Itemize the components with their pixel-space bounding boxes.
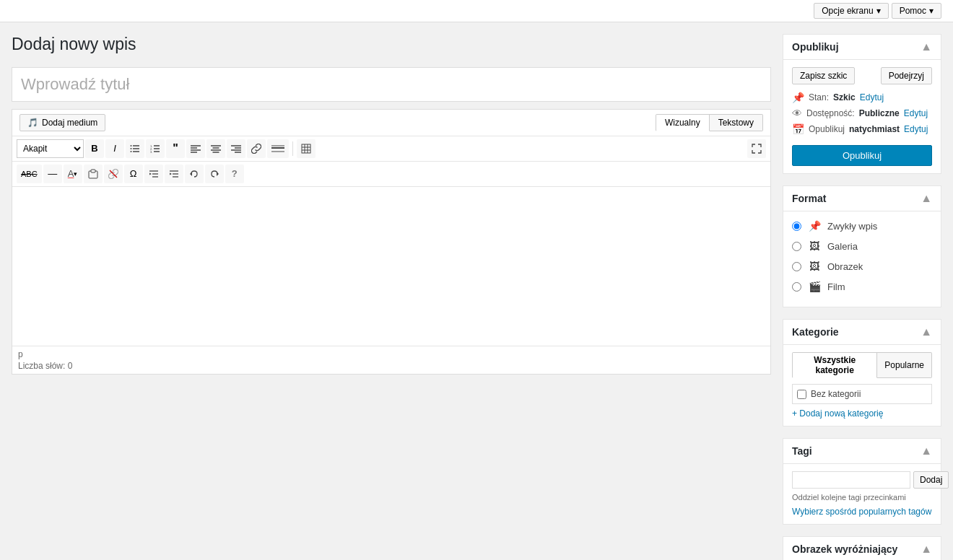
- tab-text[interactable]: Tekstowy: [710, 114, 763, 131]
- add-media-button[interactable]: 🎵 Dodaj medium: [19, 114, 105, 131]
- indent-button[interactable]: [165, 165, 183, 183]
- format-image-label[interactable]: Obrazek: [827, 261, 863, 272]
- table-button[interactable]: [297, 139, 316, 158]
- page-title: Dodaj nowy wpis: [12, 34, 771, 56]
- svg-marker-38: [149, 172, 152, 175]
- publish-button[interactable]: Opublikuj: [792, 145, 932, 166]
- preview-button[interactable]: Podejrzyj: [881, 67, 932, 84]
- remove-link-button[interactable]: [104, 165, 123, 183]
- screen-options-button[interactable]: Opcje ekranu ▾: [814, 3, 888, 19]
- collapse-categories-icon[interactable]: ▲: [921, 325, 932, 338]
- post-title-input[interactable]: [12, 67, 771, 102]
- svg-marker-42: [170, 172, 172, 175]
- format-radio-standard[interactable]: [792, 222, 801, 231]
- format-standard-label[interactable]: Zwykły wpis: [827, 221, 877, 232]
- align-center-button[interactable]: [206, 139, 225, 158]
- paragraph-tag: p: [18, 349, 765, 359]
- format-box-body: 📌 Zwykły wpis 🖼 Galeria 🖼 Obrazek 🎬 Fil: [783, 211, 941, 307]
- expand-button[interactable]: [747, 139, 766, 158]
- category-label-none[interactable]: Bez kategorii: [811, 389, 861, 399]
- sidebar: Opublikuj ▲ Zapisz szkic Podejrzyj 📌 Sta…: [783, 34, 941, 560]
- tab-popular-categories[interactable]: Popularne: [877, 352, 932, 378]
- text-color-button[interactable]: A ▾: [64, 165, 82, 183]
- paste-image-button[interactable]: [84, 165, 103, 183]
- publish-box-header: Opublikuj ▲: [783, 35, 941, 60]
- add-tag-button[interactable]: Dodaj: [913, 471, 949, 489]
- collapse-featured-icon[interactable]: ▲: [921, 543, 932, 556]
- blockquote-button[interactable]: ": [166, 139, 185, 158]
- special-char-button[interactable]: Ω: [124, 165, 143, 183]
- tags-box-header: Tagi ▲: [783, 439, 941, 464]
- format-gallery-label[interactable]: Galeria: [827, 241, 858, 252]
- italic-button[interactable]: I: [105, 139, 124, 158]
- format-select[interactable]: Akapit Nagłówek 1 Nagłówek 2 Nagłówek 3: [17, 139, 84, 158]
- publish-actions: Zapisz szkic Podejrzyj: [792, 67, 932, 84]
- tags-box: Tagi ▲ Dodaj Oddziel kolejne tagi przeci…: [783, 438, 941, 525]
- eye-icon: 👁: [792, 108, 802, 119]
- format-option-image: 🖼 Obrazek: [792, 259, 932, 274]
- featured-image-box-header: Obrazek wyróżniający ▲: [783, 537, 941, 560]
- add-category-link[interactable]: + Dodaj nową kategorię: [792, 408, 932, 419]
- link-button[interactable]: [247, 139, 266, 158]
- format-radio-gallery[interactable]: [792, 242, 801, 251]
- align-left-button[interactable]: [186, 139, 205, 158]
- category-checkbox-none[interactable]: [797, 390, 806, 399]
- calendar-icon: 📅: [792, 123, 804, 135]
- chevron-down-icon: ▾: [876, 6, 881, 16]
- popular-tags-link[interactable]: Wybierz spośród popularnych tagów: [792, 507, 931, 517]
- svg-rect-24: [271, 147, 284, 149]
- help-button[interactable]: Pomoc ▾: [892, 3, 941, 19]
- editor-body[interactable]: [12, 187, 770, 346]
- chevron-down-icon: ▾: [74, 170, 77, 178]
- status-edit-link[interactable]: Edytuj: [860, 92, 884, 102]
- categories-box-body: Wszystkie kategorie Popularne Bez katego…: [783, 345, 941, 426]
- more-button[interactable]: [267, 139, 289, 158]
- format-option-gallery: 🖼 Galeria: [792, 239, 932, 253]
- pin-icon: 📌: [792, 92, 804, 103]
- format-radio-image[interactable]: [792, 262, 801, 271]
- help-toolbar-button[interactable]: ?: [225, 165, 244, 183]
- publish-box: Opublikuj ▲ Zapisz szkic Podejrzyj 📌 Sta…: [783, 34, 941, 174]
- word-count: Liczba słów: 0: [18, 361, 765, 371]
- svg-point-5: [131, 151, 132, 152]
- svg-marker-44: [217, 172, 219, 176]
- tab-all-categories[interactable]: Wszystkie kategorie: [792, 352, 877, 378]
- save-draft-button[interactable]: Zapisz szkic: [792, 67, 855, 84]
- align-right-button[interactable]: [227, 139, 245, 158]
- toolbar-row1: Akapit Nagłówek 1 Nagłówek 2 Nagłówek 3 …: [12, 136, 770, 162]
- bold-button[interactable]: B: [85, 139, 104, 158]
- svg-rect-27: [302, 144, 310, 153]
- view-tabs: Wizualny Tekstowy: [656, 114, 763, 131]
- svg-point-4: [131, 148, 132, 149]
- format-box: Format ▲ 📌 Zwykły wpis 🖼 Galeria 🖼 Ob: [783, 185, 941, 307]
- undo-button[interactable]: [185, 165, 204, 183]
- visibility-edit-link[interactable]: Edytuj: [904, 108, 928, 118]
- collapse-format-icon[interactable]: ▲: [921, 192, 932, 205]
- svg-point-3: [131, 145, 132, 146]
- publish-date-edit-link[interactable]: Edytuj: [904, 124, 928, 134]
- redo-button[interactable]: [205, 165, 224, 183]
- tab-visual[interactable]: Wizualny: [656, 114, 710, 131]
- collapse-icon[interactable]: ▲: [921, 40, 932, 53]
- categories-list: Bez kategorii: [792, 384, 932, 404]
- outdent-button[interactable]: [144, 165, 163, 183]
- format-box-header: Format ▲: [783, 186, 941, 211]
- format-video-label[interactable]: Film: [827, 281, 845, 292]
- toolbar-separator: [292, 141, 293, 156]
- horizontal-rule-button[interactable]: —: [43, 165, 62, 183]
- tags-input[interactable]: [792, 471, 910, 489]
- category-item: Bez kategorii: [797, 389, 927, 399]
- ordered-list-button[interactable]: 1.2.3.: [146, 139, 165, 158]
- strikethrough-button[interactable]: ABC: [17, 165, 42, 183]
- categories-box: Kategorie ▲ Wszystkie kategorie Popularn…: [783, 319, 941, 426]
- publish-status: 📌 Stan: Szkic Edytuj: [792, 92, 932, 103]
- unordered-list-button[interactable]: [126, 139, 144, 158]
- format-video-icon: 🎬: [807, 279, 822, 294]
- media-icon: 🎵: [27, 118, 38, 128]
- svg-text:3.: 3.: [150, 149, 152, 153]
- svg-rect-33: [91, 170, 95, 172]
- chevron-down-icon: ▾: [929, 6, 934, 16]
- collapse-tags-icon[interactable]: ▲: [921, 445, 932, 458]
- format-radio-video[interactable]: [792, 282, 801, 292]
- format-option-standard: 📌 Zwykły wpis: [792, 219, 932, 233]
